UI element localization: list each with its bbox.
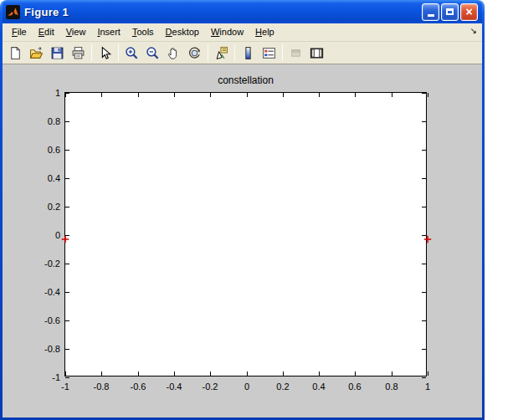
axis-tick-top	[319, 93, 320, 97]
axis-tick-right	[422, 292, 426, 293]
axis-tick-right	[422, 377, 426, 378]
x-tick-label: -1	[61, 382, 69, 392]
y-tick-label: 0.8	[48, 116, 60, 126]
zoom-out-button[interactable]	[143, 44, 162, 63]
axis-tick-bottom	[319, 371, 320, 376]
axis-tick-bottom	[355, 371, 356, 376]
menu-bar: FileEditViewInsertToolsDesktopWindowHelp…	[3, 23, 482, 42]
y-tick-label: -1	[52, 372, 60, 382]
figure-canvas: constellation -1-0.8-0.6-0.4-0.200.20.40…	[3, 64, 482, 417]
x-tick-label: 0.6	[348, 382, 361, 392]
data-point-marker	[424, 232, 432, 239]
show-plot-tools-button[interactable]	[307, 44, 326, 63]
menu-item-file[interactable]: File	[6, 23, 33, 41]
toolbar-separator	[282, 44, 283, 61]
x-tick-label: 0.8	[385, 382, 398, 392]
axis-tick-bottom	[392, 371, 392, 376]
y-tick-label: -0.2	[44, 259, 60, 269]
matlab-icon[interactable]	[6, 5, 20, 19]
axis-tick-left	[65, 349, 69, 350]
menu-overflow-arrow-icon[interactable]: ↘	[470, 26, 477, 35]
close-icon: ×	[465, 6, 472, 18]
y-tick-label: 0.6	[48, 145, 60, 155]
axis-tick-bottom	[210, 371, 211, 376]
axis-tick-top	[247, 93, 248, 97]
hide-plot-tools-button	[286, 44, 305, 63]
menu-item-edit[interactable]: Edit	[33, 23, 60, 41]
y-tick-label: -0.8	[44, 344, 60, 354]
axis-tick-top	[428, 93, 428, 97]
x-tick-label: -0.6	[131, 382, 146, 392]
insert-colorbar-button[interactable]	[239, 44, 258, 63]
title-bar[interactable]: Figure 1 ×	[3, 0, 482, 23]
minimize-icon	[428, 14, 434, 17]
zoom-in-button[interactable]	[122, 44, 141, 63]
maximize-icon	[446, 8, 454, 15]
y-tick-label: 0.4	[48, 173, 60, 183]
axis-tick-right	[422, 320, 426, 321]
open-file-button[interactable]	[27, 44, 46, 63]
axis-tick-right	[422, 264, 426, 264]
x-tick-label: -0.8	[94, 382, 110, 392]
axis-tick-right	[422, 93, 426, 94]
axis-tick-top	[101, 93, 102, 97]
axis-tick-top	[138, 93, 139, 97]
axis-tick-right	[422, 121, 426, 122]
plot-axes[interactable]: constellation -1-0.8-0.6-0.4-0.200.20.40…	[64, 92, 427, 376]
toolbar-separator	[91, 44, 92, 61]
save-figure-button[interactable]	[48, 44, 67, 63]
x-tick-label: 0.4	[312, 382, 325, 392]
x-tick-label: -0.2	[203, 382, 218, 392]
axis-tick-left	[65, 178, 69, 179]
axis-tick-left	[65, 320, 69, 321]
menu-item-desktop[interactable]: Desktop	[160, 23, 205, 41]
axis-tick-left	[65, 292, 69, 293]
axis-tick-left	[65, 264, 69, 264]
axis-tick-right	[422, 178, 426, 179]
axis-tick-bottom	[247, 371, 248, 376]
axis-tick-bottom	[174, 371, 175, 376]
edit-plot-button[interactable]	[95, 44, 115, 63]
data-point-marker	[62, 232, 69, 239]
axis-tick-top	[210, 93, 211, 97]
axis-tick-top	[174, 93, 175, 97]
maximize-button[interactable]	[441, 3, 459, 21]
rotate-3d-button[interactable]	[185, 44, 204, 63]
menu-item-help[interactable]: Help	[249, 23, 280, 41]
axis-tick-left	[65, 377, 69, 378]
window-title: Figure 1	[24, 6, 422, 18]
data-cursor-button[interactable]	[212, 44, 231, 63]
print-figure-button[interactable]	[69, 44, 88, 63]
y-tick-label: 1	[55, 88, 60, 98]
axis-tick-right	[422, 349, 426, 350]
axis-tick-top	[392, 93, 392, 97]
toolbar-separator	[208, 44, 208, 61]
x-tick-label: -0.4	[167, 382, 182, 392]
axis-tick-bottom	[138, 371, 139, 376]
figure-window: Figure 1 × FileEditViewInsertToolsDeskto…	[0, 0, 485, 420]
close-button[interactable]: ×	[460, 3, 478, 21]
axis-tick-left	[65, 150, 69, 151]
new-figure-button[interactable]	[6, 44, 25, 63]
axis-tick-bottom	[101, 371, 102, 376]
axis-tick-left	[65, 207, 69, 207]
menu-item-window[interactable]: Window	[205, 23, 249, 41]
menu-item-insert[interactable]: Insert	[91, 23, 126, 41]
minimize-button[interactable]	[422, 3, 439, 21]
pan-button[interactable]	[164, 44, 183, 63]
toolbar-separator	[234, 44, 235, 61]
axis-tick-right	[422, 207, 426, 207]
y-tick-label: -0.4	[44, 287, 60, 297]
insert-legend-button[interactable]	[259, 44, 279, 63]
y-tick-label: 0	[55, 230, 60, 240]
axis-tick-top	[283, 93, 284, 97]
plot-title: constellation	[218, 74, 274, 86]
menu-item-view[interactable]: View	[60, 23, 92, 41]
axis-tick-top	[355, 93, 356, 97]
y-tick-label: -0.6	[44, 315, 60, 325]
axis-tick-left	[65, 121, 69, 122]
menu-item-tools[interactable]: Tools	[126, 23, 160, 41]
x-tick-label: 0.2	[276, 382, 289, 392]
x-tick-label: 1	[425, 382, 430, 392]
figure-toolbar	[3, 42, 482, 64]
